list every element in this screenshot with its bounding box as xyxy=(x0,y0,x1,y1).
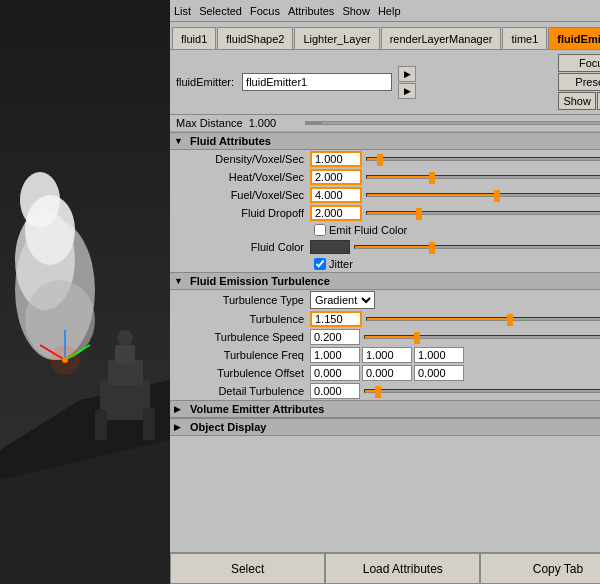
turbulence-val-row: Turbulence xyxy=(170,310,600,328)
turbulence-speed-input[interactable] xyxy=(310,329,360,345)
max-distance-slider[interactable] xyxy=(305,121,600,125)
volume-emitter-arrow: ▶ xyxy=(174,404,186,414)
footer: Select Load Attributes Copy Tab xyxy=(170,552,600,584)
fluid-attr-title: Fluid Attributes xyxy=(190,135,271,147)
menu-list[interactable]: List xyxy=(174,5,191,17)
turbulence-freq-label: Turbulence Freq xyxy=(170,349,310,361)
fluid-color-slider[interactable] xyxy=(350,240,600,254)
detail-turb-row: Detail Turbulence xyxy=(170,382,600,400)
svg-rect-9 xyxy=(108,360,143,385)
tab-fluidemitter1[interactable]: fluidEmitter1 xyxy=(548,27,600,49)
turbulence-freq-y[interactable] xyxy=(362,347,412,363)
turbulence-speed-slider[interactable] xyxy=(360,330,600,344)
fluid-attr-arrow: ▼ xyxy=(174,136,186,146)
tab-fluidshape2[interactable]: fluidShape2 xyxy=(217,27,293,49)
header-area: fluidEmitter: ▶ ▶ Focus Presets Show Hid… xyxy=(170,50,600,115)
volume-emitter-header[interactable]: ▶ Volume Emitter Attributes xyxy=(170,400,600,418)
turbulence-speed-row: Turbulence Speed xyxy=(170,328,600,346)
turbulence-header[interactable]: ▼ Fluid Emission Turbulence xyxy=(170,272,600,290)
max-distance-row: Max Distance 1.000 xyxy=(170,115,600,132)
object-display-arrow: ▶ xyxy=(174,422,186,432)
object-display-title: Object Display xyxy=(190,421,266,433)
detail-turb-input[interactable] xyxy=(310,383,360,399)
fuel-row: Fuel/Voxel/Sec xyxy=(170,186,600,204)
density-slider[interactable] xyxy=(362,152,600,166)
focus-button[interactable]: Focus xyxy=(558,54,600,72)
turbulence-offset-z[interactable] xyxy=(414,365,464,381)
max-distance-label: Max Distance xyxy=(176,117,243,129)
menu-focus[interactable]: Focus xyxy=(250,5,280,17)
turbulence-speed-label: Turbulence Speed xyxy=(170,331,310,343)
svg-point-5 xyxy=(20,172,60,228)
select-button[interactable]: Select xyxy=(170,553,325,584)
dropoff-slider[interactable] xyxy=(362,206,600,220)
menu-selected[interactable]: Selected xyxy=(199,5,242,17)
density-input[interactable] xyxy=(310,151,362,167)
max-distance-value: 1.000 xyxy=(249,117,299,129)
density-label: Density/Voxel/Sec xyxy=(170,153,310,165)
jitter-label: Jitter xyxy=(329,258,353,270)
svg-rect-8 xyxy=(100,380,150,420)
load-attributes-button[interactable]: Load Attributes xyxy=(325,553,480,584)
tab-fluid1[interactable]: fluid1 xyxy=(172,27,216,49)
fuel-label: Fuel/Voxel/Sec xyxy=(170,189,310,201)
fluid-color-row: Fluid Color xyxy=(170,238,600,256)
jitter-row: Jitter xyxy=(170,256,600,272)
show-button[interactable]: Show xyxy=(558,92,596,110)
fluid-emitter-input[interactable] xyxy=(242,73,392,91)
turbulence-freq-x[interactable] xyxy=(310,347,360,363)
turbulence-val-label: Turbulence xyxy=(170,313,310,325)
menu-show[interactable]: Show xyxy=(342,5,370,17)
input-icon-bottom[interactable]: ▶ xyxy=(398,83,416,99)
fuel-input[interactable] xyxy=(310,187,362,203)
turbulence-type-label: Turbulence Type xyxy=(170,294,310,306)
copy-tab-button[interactable]: Copy Tab xyxy=(480,553,600,584)
svg-point-11 xyxy=(117,330,133,346)
emit-fluid-color-checkbox[interactable] xyxy=(314,224,326,236)
turbulence-freq-row: Turbulence Freq xyxy=(170,346,600,364)
dropoff-input[interactable] xyxy=(310,205,362,221)
svg-point-18 xyxy=(50,345,80,375)
menu-attributes[interactable]: Attributes xyxy=(288,5,334,17)
turbulence-type-row: Turbulence Type Gradient Random Perlin xyxy=(170,290,600,310)
tab-time1[interactable]: time1 xyxy=(502,27,547,49)
svg-rect-13 xyxy=(143,408,155,440)
emit-fluid-color-label: Emit Fluid Color xyxy=(329,224,407,236)
fluid-emitter-label: fluidEmitter: xyxy=(176,76,234,88)
svg-rect-10 xyxy=(115,345,135,363)
turbulence-offset-label: Turbulence Offset xyxy=(170,367,310,379)
dropoff-label: Fluid Dropoff xyxy=(170,207,310,219)
tab-lighter-layer[interactable]: Lighter_Layer xyxy=(294,27,379,49)
viewport-panel xyxy=(0,0,170,584)
fluid-color-swatch[interactable] xyxy=(310,240,350,254)
turbulence-type-select[interactable]: Gradient Random Perlin xyxy=(310,291,375,309)
svg-rect-12 xyxy=(95,410,107,440)
heat-input[interactable] xyxy=(310,169,362,185)
presets-button[interactable]: Presets xyxy=(558,73,600,91)
content-area: Max Distance 1.000 ▼ Fluid Attributes De… xyxy=(170,115,600,552)
attribute-editor-panel: List Selected Focus Attributes Show Help… xyxy=(170,0,600,584)
turbulence-slider[interactable] xyxy=(362,312,600,326)
volume-emitter-title: Volume Emitter Attributes xyxy=(190,403,324,415)
menu-bar: List Selected Focus Attributes Show Help xyxy=(170,0,600,22)
turbulence-freq-z[interactable] xyxy=(414,347,464,363)
turbulence-title: Fluid Emission Turbulence xyxy=(190,275,330,287)
fuel-slider[interactable] xyxy=(362,188,600,202)
input-icon-top[interactable]: ▶ xyxy=(398,66,416,82)
turbulence-offset-row: Turbulence Offset xyxy=(170,364,600,382)
heat-row: Heat/Voxel/Sec xyxy=(170,168,600,186)
turbulence-offset-x[interactable] xyxy=(310,365,360,381)
object-display-header[interactable]: ▶ Object Display xyxy=(170,418,600,436)
menu-help[interactable]: Help xyxy=(378,5,401,17)
fluid-attributes-header[interactable]: ▼ Fluid Attributes xyxy=(170,132,600,150)
jitter-checkbox[interactable] xyxy=(314,258,326,270)
emit-fluid-color-row: Emit Fluid Color xyxy=(170,222,600,238)
turbulence-input[interactable] xyxy=(310,311,362,327)
fluid-color-label: Fluid Color xyxy=(170,241,310,253)
turbulence-offset-y[interactable] xyxy=(362,365,412,381)
density-row: Density/Voxel/Sec xyxy=(170,150,600,168)
heat-label: Heat/Voxel/Sec xyxy=(170,171,310,183)
heat-slider[interactable] xyxy=(362,170,600,184)
tab-renderlayer[interactable]: renderLayerManager xyxy=(381,27,502,49)
detail-turb-slider[interactable] xyxy=(360,384,600,398)
